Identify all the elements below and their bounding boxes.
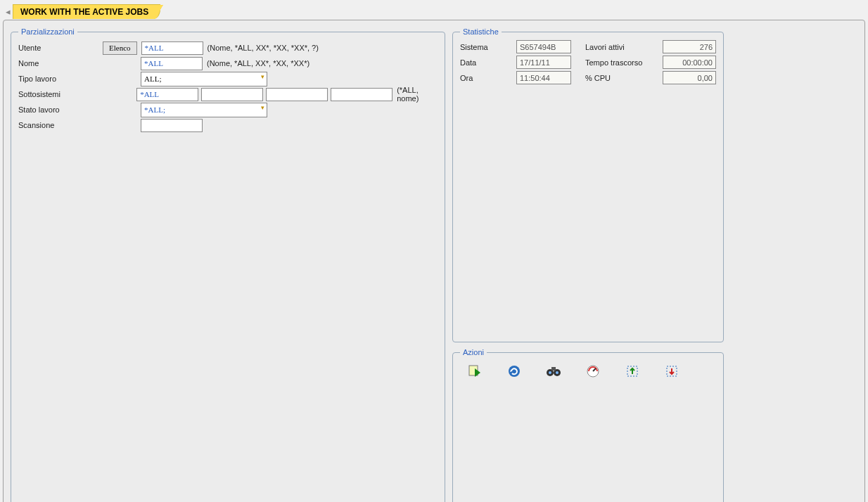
tab-active-jobs[interactable]: WORK WITH THE ACTIVE JOBS	[13, 4, 160, 19]
actions-legend: Azioni	[460, 348, 487, 356]
nome-hint: (Nome, *ALL, XX*, *XX, *XX*)	[207, 59, 309, 67]
pcpu-value: 0,00	[663, 71, 716, 84]
scansione-label: Scansione	[18, 121, 103, 129]
lavori-attivi-label: Lavori attivi	[571, 43, 663, 51]
nome-label: Nome	[18, 59, 103, 67]
sottosistemi-hint: (*ALL, nome)	[397, 86, 438, 103]
sistema-value: S657494B	[516, 40, 571, 53]
tipo-lavoro-label: Tipo lavoro	[18, 75, 103, 83]
nome-input[interactable]	[141, 57, 203, 70]
sottosistemi-input-3[interactable]	[266, 88, 328, 101]
lavori-attivi-value: 276	[663, 40, 716, 53]
scansione-input[interactable]	[141, 119, 203, 132]
ora-value: 11:50:44	[516, 71, 571, 84]
filters-legend: Parzializzazioni	[18, 27, 77, 36]
data-label: Data	[460, 58, 516, 67]
utente-hint: (Nome, *ALL, XX*, *XX, *XX*, ?)	[208, 44, 319, 52]
stato-lavoro-select[interactable]	[141, 103, 267, 117]
refresh-icon[interactable]	[505, 363, 523, 379]
binoculars-icon[interactable]	[544, 363, 563, 379]
sottosistemi-input-1[interactable]	[136, 88, 198, 101]
statistics-fieldset: Statistiche Sistema S657494B Lavori atti…	[452, 27, 724, 342]
run-action-icon[interactable]	[466, 363, 484, 379]
tipo-lavoro-select[interactable]	[141, 72, 267, 86]
svg-rect-6	[551, 367, 556, 371]
export-down-icon[interactable]	[663, 363, 681, 379]
statistics-legend: Statistiche	[460, 27, 502, 36]
elenco-button[interactable]: Elenco	[103, 41, 137, 55]
sistema-label: Sistema	[460, 43, 516, 51]
sottosistemi-input-2[interactable]	[201, 88, 263, 101]
ora-label: Ora	[460, 74, 516, 82]
stato-lavoro-label: Stato lavoro	[18, 105, 103, 114]
utente-label: Utente	[18, 44, 103, 52]
utente-input[interactable]	[141, 41, 203, 55]
filters-fieldset: Parzializzazioni Utente Elenco (Nome, *A…	[11, 27, 445, 502]
tempo-label: Tempo trascorso	[571, 58, 663, 67]
sottosistemi-input-4[interactable]	[331, 88, 392, 101]
export-up-icon[interactable]	[623, 363, 642, 379]
svg-point-5	[556, 371, 559, 374]
sottosistemi-label: Sottosistemi	[18, 90, 103, 98]
data-value: 17/11/11	[516, 56, 571, 69]
tempo-value: 00:00:00	[663, 56, 716, 69]
pcpu-label: % CPU	[571, 74, 663, 82]
actions-fieldset: Azioni	[452, 348, 724, 502]
back-arrow-icon[interactable]: ◂	[3, 6, 13, 17]
gauge-icon[interactable]	[584, 363, 602, 379]
svg-point-4	[549, 371, 551, 374]
